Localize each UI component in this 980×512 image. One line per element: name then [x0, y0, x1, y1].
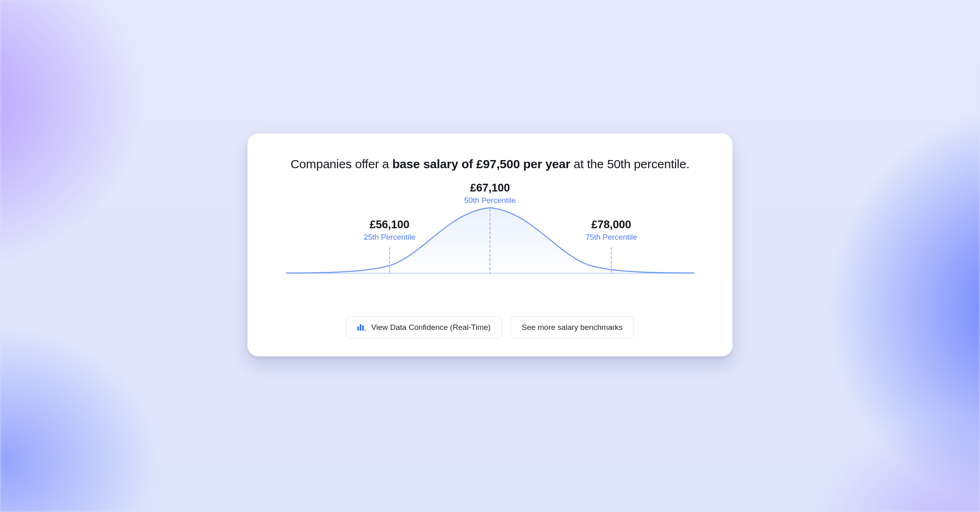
marker-p75-label: 75th Percentile [586, 233, 637, 242]
marker-p25: £56,100 25th Percentile [364, 218, 416, 242]
marker-p25-label: 25th Percentile [364, 233, 416, 242]
svg-rect-1 [360, 324, 361, 331]
see-more-benchmarks-label: See more salary benchmarks [522, 323, 623, 332]
action-buttons: View Data Confidence (Real-Time) See mor… [265, 316, 715, 338]
marker-p75-value: £78,000 [586, 218, 637, 231]
svg-rect-2 [362, 325, 364, 331]
bar-chart-icon [357, 323, 366, 332]
headline-bold: base salary of £97,500 per year [392, 157, 570, 171]
headline-prefix: Companies offer a [290, 157, 392, 171]
see-more-benchmarks-button[interactable]: See more salary benchmarks [511, 316, 634, 338]
marker-p25-value: £56,100 [364, 218, 416, 231]
marker-p50: £67,100 50th Percentile [464, 182, 516, 205]
svg-rect-0 [357, 327, 359, 331]
marker-p50-value: £67,100 [464, 182, 516, 194]
svg-rect-3 [365, 330, 366, 331]
headline-suffix: at the 50th percentile. [570, 157, 690, 171]
salary-card: Companies offer a base salary of £97,500… [247, 134, 733, 356]
view-data-confidence-button[interactable]: View Data Confidence (Real-Time) [346, 316, 502, 338]
view-data-confidence-label: View Data Confidence (Real-Time) [371, 323, 491, 332]
marker-p50-label: 50th Percentile [464, 196, 516, 205]
distribution-chart: £56,100 25th Percentile £67,100 50th Per… [286, 187, 694, 294]
marker-p75: £78,000 75th Percentile [586, 218, 637, 242]
headline: Companies offer a base salary of £97,500… [265, 157, 715, 171]
